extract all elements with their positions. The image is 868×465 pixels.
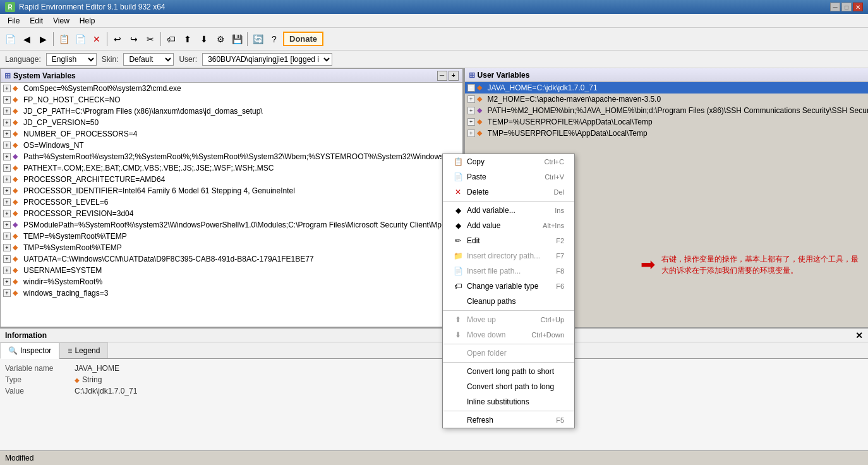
list-item[interactable]: + ◆ NUMBER_OF_PROCESSORS=4: [1, 128, 462, 140]
expand-icon[interactable]: +: [3, 187, 11, 195]
var-text: PATH=%M2_HOME%\bin;%JAVA_HOME%\bin;d:\Pr…: [488, 106, 868, 115]
expand-icon[interactable]: +: [3, 232, 11, 240]
expand-icon[interactable]: +: [3, 198, 11, 206]
tab-legend[interactable]: ≡ Legend: [59, 342, 108, 358]
expand-icon[interactable]: +: [3, 244, 11, 251]
toolbar-new[interactable]: 📄: [3, 32, 18, 47]
expand-icon[interactable]: +: [3, 130, 11, 138]
toolbar-cut[interactable]: ✂: [143, 32, 158, 47]
toolbar-up[interactable]: ⬆: [180, 32, 195, 47]
toolbar-settings[interactable]: ⚙: [213, 32, 228, 47]
toolbar-paste[interactable]: 📄: [73, 32, 88, 47]
ctx-change-type[interactable]: 🏷 Change variable type F6: [443, 279, 574, 294]
list-item[interactable]: + ◆ PSModulePath=%SystemRoot%\system32\W…: [1, 219, 462, 231]
toolbar-refresh[interactable]: 🔄: [250, 32, 265, 47]
var-text: PROCESSOR_LEVEL=6: [23, 198, 108, 207]
expand-icon[interactable]: +: [3, 278, 11, 286]
expand-icon[interactable]: +: [3, 176, 11, 183]
system-panel-expand[interactable]: +: [449, 71, 459, 81]
list-item[interactable]: + ◆ JD_CP_PATH=C:\Program Files (x86)\la…: [1, 106, 462, 117]
tab-inspector[interactable]: 🔍 Inspector: [0, 342, 59, 359]
list-item[interactable]: + ◆ PATHEXT=.COM;.EXE;.BAT;.CMD;.VBS;.VB…: [1, 162, 462, 174]
toolbar-undo[interactable]: ↩: [110, 32, 125, 47]
list-item[interactable]: + ◆ Path=%SystemRoot%\system32;%SystemRo…: [1, 151, 462, 162]
toolbar-forward[interactable]: ▶: [35, 32, 51, 47]
var-text: windir=%SystemRoot%: [23, 277, 102, 286]
expand-icon[interactable]: +: [3, 107, 11, 115]
list-item[interactable]: + ◆ TEMP=%USERPROFILE%\AppData\Local\Tem…: [465, 116, 868, 128]
list-item[interactable]: + ◆ windir=%SystemRoot%: [1, 276, 462, 287]
toolbar-help[interactable]: ?: [267, 32, 282, 47]
ctx-cleanup[interactable]: Cleanup paths: [443, 294, 574, 309]
toolbar-back[interactable]: ◀: [19, 32, 34, 47]
list-item[interactable]: + ◆ M2_HOME=C:\apache-maven\apache-maven…: [465, 94, 868, 105]
menu-file[interactable]: File: [3, 15, 25, 27]
ctx-copy-left: 📋 Copy: [453, 157, 485, 167]
list-item[interactable]: + ◆ PROCESSOR_REVISION=3d04: [1, 208, 462, 219]
expand-icon[interactable]: +: [467, 118, 475, 126]
expand-icon[interactable]: +: [467, 130, 475, 137]
ctx-copy[interactable]: 📋 Copy Ctrl+C: [443, 154, 574, 169]
list-item[interactable]: + ◆ PROCESSOR_LEVEL=6: [1, 196, 462, 208]
skin-select[interactable]: Default: [123, 53, 174, 66]
list-item[interactable]: + ◆ PROCESSOR_IDENTIFIER=Intel64 Family …: [1, 185, 462, 196]
expand-icon[interactable]: +: [3, 210, 11, 217]
list-item[interactable]: + ◆ windows_tracing_flags=3: [1, 287, 462, 299]
system-panel-minimize[interactable]: ─: [437, 71, 447, 81]
donate-button[interactable]: Donate: [283, 32, 323, 46]
expand-icon[interactable]: +: [3, 267, 11, 274]
expand-icon[interactable]: +: [467, 107, 475, 114]
list-item[interactable]: + ◆ UATDATA=C:\Windows\CCM\UATData\D9F8C…: [1, 253, 462, 265]
var-icon: ◆: [13, 164, 21, 172]
ctx-inline[interactable]: Inline substitutions: [443, 394, 574, 409]
ctx-open-folder: Open folder: [443, 346, 574, 361]
list-item[interactable]: + ◆ TMP=%SystemRoot%\TEMP: [1, 242, 462, 253]
menu-view[interactable]: View: [48, 15, 75, 27]
list-item[interactable]: + ◆ ComSpec=%SystemRoot%\system32\cmd.ex…: [1, 83, 462, 94]
ctx-convert-short[interactable]: Convert short path to long: [443, 379, 574, 394]
user-select[interactable]: 360BUYAD\qianyingjie1 [logged i: [202, 53, 332, 66]
minimize-button[interactable]: ─: [830, 3, 840, 11]
toolbar-tag[interactable]: 🏷: [164, 32, 179, 47]
list-item[interactable]: + ◆ TMP=%USERPROFILE%\AppData\Local\Temp: [465, 128, 868, 139]
expand-icon[interactable]: +: [3, 119, 11, 126]
list-item[interactable]: + ◆ OS=Windows_NT: [1, 140, 462, 151]
ctx-edit[interactable]: ✏ Edit F2: [443, 233, 574, 248]
expand-icon[interactable]: +: [3, 255, 11, 263]
menu-edit[interactable]: Edit: [25, 15, 48, 27]
information-close[interactable]: ✕: [855, 330, 863, 341]
menu-help[interactable]: Help: [75, 15, 100, 27]
expand-icon[interactable]: +: [3, 289, 11, 297]
list-item[interactable]: + ◆ PROCESSOR_ARCHITECTURE=AMD64: [1, 174, 462, 185]
toolbar-down[interactable]: ⬇: [196, 32, 212, 47]
ctx-edit-left: ✏ Edit: [453, 236, 480, 246]
list-item[interactable]: + ◆ JAVA_HOME=C:\jdk\jdk1.7.0_71: [465, 82, 868, 94]
toolbar-delete[interactable]: ✕: [89, 32, 104, 47]
toolbar-save[interactable]: 💾: [229, 32, 244, 47]
maximize-button[interactable]: □: [841, 3, 852, 11]
toolbar-copy[interactable]: 📋: [56, 32, 71, 47]
expand-icon[interactable]: +: [3, 221, 11, 229]
expand-icon[interactable]: +: [467, 84, 475, 92]
expand-icon[interactable]: +: [467, 95, 475, 103]
expand-icon[interactable]: +: [3, 153, 11, 160]
toolbar-redo[interactable]: ↪: [126, 32, 142, 47]
list-item[interactable]: + ◆ TEMP=%SystemRoot%\TEMP: [1, 231, 462, 242]
ctx-add-value[interactable]: ◆ Add value Alt+Ins: [443, 218, 574, 233]
expand-icon[interactable]: +: [3, 164, 11, 172]
ctx-paste[interactable]: 📄 Paste Ctrl+V: [443, 169, 574, 184]
list-item[interactable]: + ◆ USERNAME=SYSTEM: [1, 265, 462, 276]
ctx-convert-long[interactable]: Convert long path to short: [443, 364, 574, 379]
ctx-add-variable[interactable]: ◆ Add variable... Ins: [443, 203, 574, 218]
list-item[interactable]: + ◆ FP_NO_HOST_CHECK=NO: [1, 94, 462, 106]
close-button[interactable]: ✕: [853, 3, 863, 11]
expand-icon[interactable]: +: [3, 96, 11, 104]
expand-icon[interactable]: +: [3, 142, 11, 149]
expand-icon[interactable]: +: [3, 85, 11, 92]
ctx-delete[interactable]: ✕ Delete Del: [443, 184, 574, 200]
list-item[interactable]: + ◆ JD_CP_VERSION=50: [1, 117, 462, 128]
ctx-move-down-shortcut: Ctrl+Down: [531, 331, 564, 339]
language-select[interactable]: English: [46, 53, 97, 66]
list-item[interactable]: + ◆ PATH=%M2_HOME%\bin;%JAVA_HOME%\bin;d…: [465, 105, 868, 116]
ctx-refresh[interactable]: Refresh F5: [443, 413, 574, 428]
